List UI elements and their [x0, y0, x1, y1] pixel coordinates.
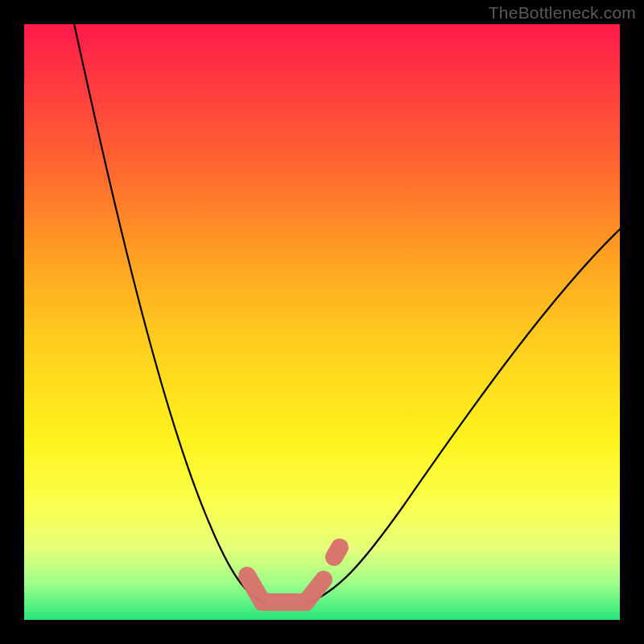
bottleneck-curve-left	[72, 16, 266, 604]
chart-frame: TheBottleneck.com	[0, 0, 644, 644]
watermark-text: TheBottleneck.com	[489, 3, 636, 23]
curve-svg	[24, 24, 620, 620]
plot-area	[24, 24, 620, 620]
bottleneck-curve-right	[306, 225, 624, 604]
